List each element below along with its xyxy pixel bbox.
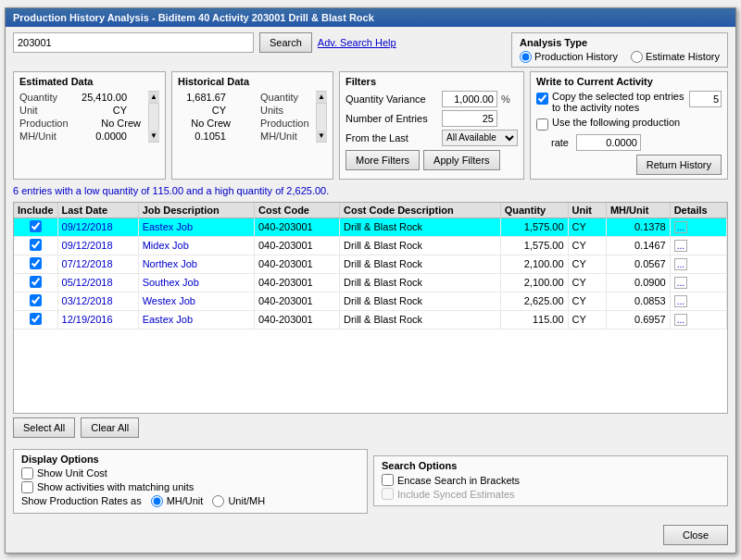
hist-scroll-down[interactable]: ▼	[316, 131, 327, 142]
search-button[interactable]: Search	[259, 32, 312, 53]
table-row-unit: CY	[568, 273, 606, 292]
mh-unit-radio[interactable]	[151, 495, 163, 507]
est-scroll-down[interactable]: ▼	[148, 131, 159, 142]
include-checkbox-3[interactable]	[30, 276, 42, 288]
est-scroll-up[interactable]: ▲	[148, 92, 159, 104]
adv-search-help-button[interactable]: Adv. Search Help	[318, 37, 396, 48]
table-row-quantity: 2,625.00	[500, 292, 568, 310]
details-button-3[interactable]: ...	[674, 277, 687, 289]
unit-mh-radio[interactable]	[212, 495, 224, 507]
table-row-include[interactable]	[14, 310, 57, 329]
table-row-mh-unit: 0.0853	[606, 292, 670, 310]
return-history-button[interactable]: Return History	[636, 155, 722, 175]
table-row-unit: CY	[568, 236, 606, 255]
copy-checkbox[interactable]	[536, 93, 548, 105]
estimated-data-title: Estimated Data	[19, 76, 159, 87]
details-button-4[interactable]: ...	[674, 295, 687, 307]
show-activities-label: Show activities with matching units	[37, 481, 194, 492]
unit-mh-label: Unit/MH	[228, 495, 265, 506]
hist-prod-val: No Crew	[178, 117, 233, 130]
window-title: Production History Analysis - Biditem 40…	[13, 12, 374, 23]
num-entries-input[interactable]	[442, 110, 497, 127]
show-unit-cost-label: Show Unit Cost	[37, 467, 107, 479]
table-row-details[interactable]: ...	[670, 255, 726, 273]
table-row-include[interactable]	[14, 292, 57, 310]
table-row-include[interactable]	[14, 273, 57, 292]
table-row-include[interactable]	[14, 255, 57, 273]
table-row-details[interactable]: ...	[670, 273, 726, 292]
table-row-job: Midex Job	[138, 236, 254, 255]
details-button-0[interactable]: ...	[674, 221, 687, 233]
hist-qty-label: Quantity	[260, 92, 316, 103]
hist-qty-val: 1,681.67	[178, 91, 229, 104]
col-include: Include	[14, 203, 57, 218]
search-input[interactable]	[13, 32, 254, 53]
table-row-details[interactable]: ...	[670, 218, 726, 236]
use-production-label: Use the following production	[552, 117, 722, 128]
display-options-box: Display Options Show Unit Cost Show acti…	[13, 449, 368, 514]
history-table: Include Last Date Job Description Cost C…	[14, 203, 727, 330]
include-checkbox-2[interactable]	[30, 257, 42, 269]
table-row-details[interactable]: ...	[670, 310, 726, 329]
prod-label: Production	[19, 118, 75, 129]
clear-all-button[interactable]: Clear All	[81, 417, 139, 438]
table-row-cost-code-desc: Drill & Blast Rock	[340, 310, 501, 329]
quantity-info: 6 entries with a low quantity of 115.00 …	[13, 185, 728, 196]
details-button-5[interactable]: ...	[674, 314, 687, 326]
include-checkbox-1[interactable]	[30, 239, 42, 251]
use-production-checkbox[interactable]	[536, 118, 548, 131]
include-checkbox-4[interactable]	[30, 294, 42, 306]
apply-filters-button[interactable]: Apply Filters	[423, 150, 500, 170]
hist-prod-label: Production	[260, 118, 316, 129]
copy-value-input[interactable]	[689, 91, 722, 107]
col-cost-code: Cost Code	[254, 203, 339, 218]
table-row-date: 07/12/2018	[57, 255, 138, 273]
table-row-cost-code-desc: Drill & Blast Rock	[340, 255, 501, 273]
include-synced-checkbox[interactable]	[382, 488, 394, 500]
select-all-button[interactable]: Select All	[13, 417, 75, 438]
table-row-include[interactable]	[14, 236, 57, 255]
encase-brackets-label: Encase Search in Brackets	[397, 475, 520, 486]
hist-scroll-up[interactable]: ▲	[316, 92, 327, 104]
search-options-box: Search Options Encase Search in Brackets…	[373, 455, 728, 506]
include-checkbox-0[interactable]	[30, 220, 42, 232]
table-row-mh-unit: 0.6957	[606, 310, 670, 329]
table-row-mh-unit: 0.1467	[606, 236, 670, 255]
from-last-select[interactable]: All Available	[442, 130, 518, 146]
table-row-date: 09/12/2018	[57, 236, 138, 255]
include-checkbox-5[interactable]	[30, 313, 42, 325]
mh-unit-label: MH/Unit	[167, 495, 204, 506]
table-row-include[interactable]	[14, 218, 57, 236]
search-options-title: Search Options	[382, 460, 720, 471]
details-button-1[interactable]: ...	[674, 240, 687, 252]
table-row-mh-unit: 0.1378	[606, 218, 670, 236]
table-row-quantity: 115.00	[500, 310, 568, 329]
prod-value: No Crew	[79, 117, 144, 130]
table-row-quantity: 2,100.00	[500, 273, 568, 292]
hist-mh-label: MH/Unit	[260, 131, 316, 142]
table-row-details[interactable]: ...	[670, 236, 726, 255]
qty-var-input[interactable]	[442, 91, 497, 107]
show-unit-cost-checkbox[interactable]	[21, 467, 33, 479]
historical-data-title: Historical Data	[178, 76, 327, 87]
show-activities-checkbox[interactable]	[21, 481, 33, 493]
production-history-radio[interactable]	[520, 51, 532, 63]
close-button[interactable]: Close	[663, 525, 728, 545]
table-row-cost-code-desc: Drill & Blast Rock	[340, 273, 501, 292]
rate-input[interactable]	[576, 134, 641, 151]
estimate-history-radio[interactable]	[631, 51, 643, 63]
more-filters-button[interactable]: More Filters	[345, 150, 420, 170]
table-row-cost-code-desc: Drill & Blast Rock	[340, 292, 501, 310]
table-row-details[interactable]: ...	[670, 292, 726, 310]
table-row-job: Eastex Job	[138, 218, 254, 236]
table-row-cost-code: 040-203001	[254, 255, 339, 273]
table-row-quantity: 1,575.00	[500, 236, 568, 255]
details-button-2[interactable]: ...	[674, 258, 687, 270]
col-unit: Unit	[568, 203, 606, 218]
show-prod-rates-label: Show Production Rates as	[21, 495, 142, 506]
display-options-title: Display Options	[21, 454, 359, 465]
table-row-job: Northex Job	[138, 255, 254, 273]
encase-brackets-checkbox[interactable]	[382, 474, 394, 486]
main-window: Production History Analysis - Biditem 40…	[5, 7, 736, 554]
table-row-mh-unit: 0.0900	[606, 273, 670, 292]
